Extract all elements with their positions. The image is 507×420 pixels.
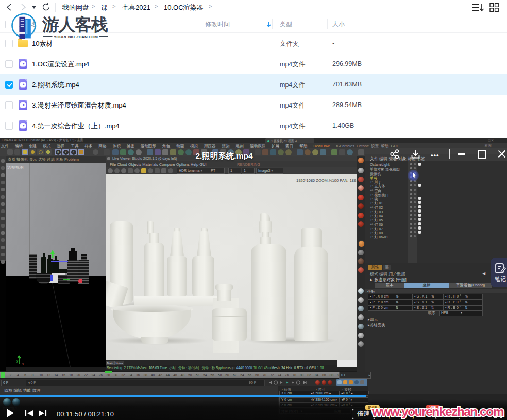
svg-text:x: x (22, 362, 24, 366)
svg-text:游人客栈: 游人客栈 (42, 15, 108, 34)
svg-text:YOURENKEZHAN.COM: YOURENKEZHAN.COM (54, 34, 98, 39)
svg-text:y: y (16, 359, 19, 363)
